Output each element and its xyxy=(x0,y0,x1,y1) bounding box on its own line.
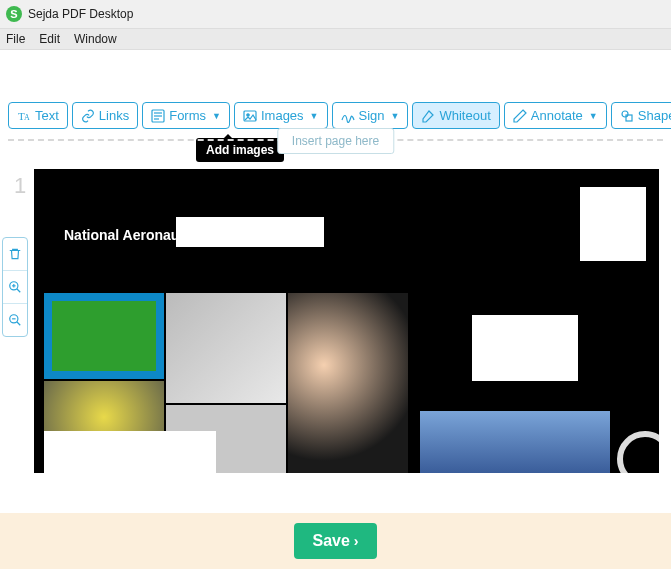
tool-images-label: Images xyxy=(261,108,304,123)
tool-annotate[interactable]: Annotate ▼ xyxy=(504,102,607,129)
whiteout-rect[interactable] xyxy=(472,315,578,381)
workspace: 1 National Aeronautics xyxy=(0,169,671,473)
tool-whiteout[interactable]: Whiteout xyxy=(412,102,499,129)
whiteout-rect[interactable] xyxy=(44,431,216,473)
circle-shape[interactable] xyxy=(617,431,659,473)
collage-image[interactable] xyxy=(420,411,610,473)
form-icon xyxy=(151,109,165,123)
header-spacer xyxy=(0,50,671,98)
tool-text[interactable]: TA Text xyxy=(8,102,68,129)
zoom-in-button[interactable] xyxy=(3,271,27,303)
tool-annotate-label: Annotate xyxy=(531,108,583,123)
menu-window[interactable]: Window xyxy=(74,32,117,46)
link-icon xyxy=(81,109,95,123)
whiteout-rect[interactable] xyxy=(580,187,646,261)
tool-images[interactable]: Images ▼ xyxy=(234,102,328,129)
save-button[interactable]: Save › xyxy=(294,523,376,559)
app-icon: S xyxy=(6,6,22,22)
sign-icon xyxy=(341,109,355,123)
tool-forms-label: Forms xyxy=(169,108,206,123)
svg-point-7 xyxy=(247,113,249,115)
framed-image[interactable] xyxy=(44,293,164,379)
caret-icon: ▼ xyxy=(589,111,598,121)
caret-icon: ▼ xyxy=(391,111,400,121)
delete-page-button[interactable] xyxy=(3,238,27,270)
svg-point-8 xyxy=(622,111,628,117)
tool-text-label: Text xyxy=(35,108,59,123)
tool-sign[interactable]: Sign ▼ xyxy=(332,102,409,129)
eraser-icon xyxy=(421,109,435,123)
tool-sign-label: Sign xyxy=(359,108,385,123)
pdf-page[interactable]: National Aeronautics xyxy=(34,169,659,473)
caret-icon: ▼ xyxy=(310,111,319,121)
tool-links[interactable]: Links xyxy=(72,102,138,129)
tool-whiteout-label: Whiteout xyxy=(439,108,490,123)
pencil-icon xyxy=(513,109,527,123)
caret-icon: ▼ xyxy=(212,111,221,121)
side-tools xyxy=(2,237,28,337)
tool-forms[interactable]: Forms ▼ xyxy=(142,102,230,129)
text-icon: TA xyxy=(17,109,31,123)
zoom-out-button[interactable] xyxy=(3,304,27,336)
menubar: File Edit Window xyxy=(0,28,671,50)
whiteout-rect[interactable] xyxy=(176,217,324,247)
save-label: Save xyxy=(312,532,349,550)
tool-shapes[interactable]: Shapes ▼ xyxy=(611,102,671,129)
menu-file[interactable]: File xyxy=(6,32,25,46)
collage-image[interactable] xyxy=(166,293,286,403)
svg-line-11 xyxy=(17,289,21,293)
page-number: 1 xyxy=(14,173,26,199)
titlebar: S Sejda PDF Desktop xyxy=(0,0,671,28)
chevron-right-icon: › xyxy=(354,533,359,549)
tool-links-label: Links xyxy=(99,108,129,123)
svg-line-15 xyxy=(17,322,21,326)
insert-page-button[interactable]: Insert page here xyxy=(277,128,394,154)
collage-image[interactable] xyxy=(288,293,408,473)
shapes-icon xyxy=(620,109,634,123)
image-icon xyxy=(243,109,257,123)
app-title: Sejda PDF Desktop xyxy=(28,7,133,21)
tooltip-add-images: Add images xyxy=(196,138,284,162)
menu-edit[interactable]: Edit xyxy=(39,32,60,46)
tool-shapes-label: Shapes xyxy=(638,108,671,123)
save-bar: Save › xyxy=(0,513,671,569)
page-separator: Insert page here xyxy=(8,139,663,141)
svg-text:A: A xyxy=(24,113,30,122)
